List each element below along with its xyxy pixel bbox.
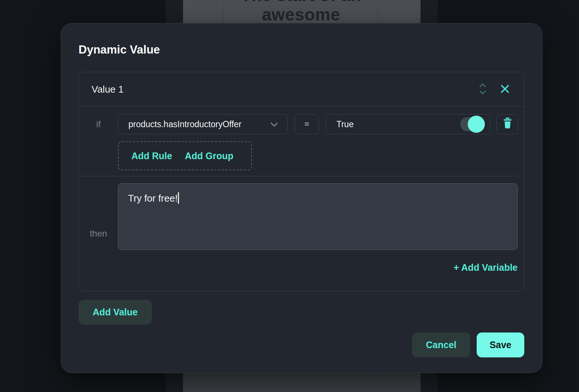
trash-icon — [502, 117, 513, 131]
condition-field-select[interactable]: products.hasIntroductoryOffer — [118, 114, 288, 134]
save-button[interactable]: Save — [477, 332, 524, 357]
add-value-button[interactable]: Add Value — [79, 300, 152, 325]
background-heading-line1: The start of an — [241, 0, 361, 5]
rule-row: products.hasIntroductoryOffer = True — [118, 114, 518, 134]
background-texture-strip — [420, 0, 438, 23]
background-page-panel: The start of an awesome — [183, 0, 420, 23]
cancel-button[interactable]: Cancel — [412, 332, 470, 357]
condition-value-label: True — [336, 119, 460, 129]
if-label: if — [96, 119, 101, 129]
background-selected-text-block: The start of an awesome — [224, 0, 378, 23]
background-texture-strip — [420, 373, 438, 392]
condition-value-toggle[interactable] — [460, 117, 484, 131]
condition-operator-button[interactable]: = — [295, 114, 319, 134]
value-card-header: Value 1 — [79, 72, 524, 106]
chevron-up-down-icon — [479, 83, 487, 96]
dynamic-value-modal: Dynamic Value Value 1 — [61, 23, 543, 373]
modal-footer: Cancel Save — [79, 332, 524, 357]
then-section: then Try for free! + Add Variable — [79, 176, 524, 291]
modal-title: Dynamic Value — [79, 43, 524, 57]
add-group-button[interactable]: Add Group — [185, 151, 234, 161]
chevron-down-icon — [270, 119, 278, 129]
add-variable-button[interactable]: + Add Variable — [454, 262, 518, 273]
close-icon — [500, 84, 510, 95]
value-card: Value 1 — [79, 72, 524, 291]
background-page-panel — [183, 373, 420, 392]
then-text: Try for free! — [128, 193, 177, 204]
remove-value-button[interactable] — [499, 83, 511, 96]
toggle-knob — [468, 116, 485, 133]
operator-label: = — [304, 119, 309, 129]
add-rule-button[interactable]: Add Rule — [131, 151, 172, 161]
background-heading-line2: awesome — [262, 5, 340, 23]
then-value-textarea[interactable]: Try for free! — [118, 183, 518, 250]
text-cursor — [178, 192, 179, 204]
background-page-top: The start of an awesome — [0, 0, 579, 23]
reorder-value-button[interactable] — [477, 81, 488, 98]
add-rule-group-box: Add Rule Add Group — [118, 141, 252, 170]
background-texture-strip — [166, 373, 183, 392]
then-label: then — [90, 228, 107, 239]
background-page-bottom — [0, 373, 579, 392]
value-name-label: Value 1 — [92, 84, 124, 95]
condition-value-field[interactable]: True — [326, 114, 490, 134]
condition-field-value: products.hasIntroductoryOffer — [128, 119, 270, 129]
background-texture-strip — [166, 0, 183, 23]
condition-section: if products.hasIntroductoryOffer = — [79, 107, 524, 176]
delete-rule-button[interactable] — [496, 114, 518, 134]
